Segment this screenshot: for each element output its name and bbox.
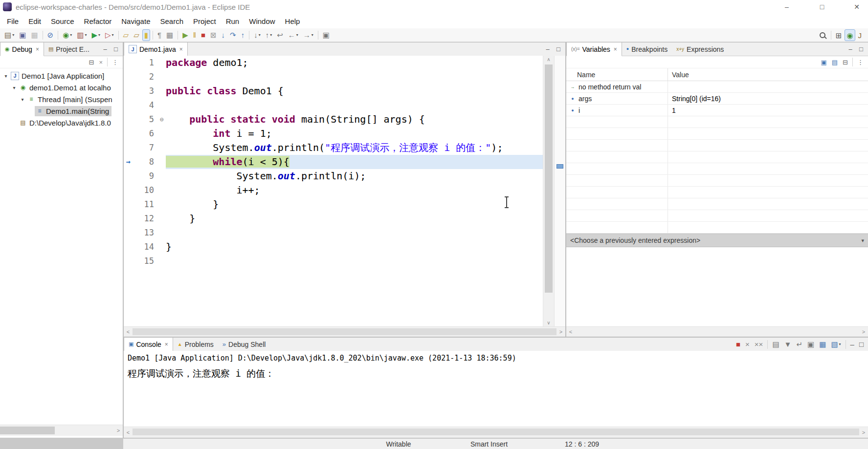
last-edit-location-icon[interactable]: ↩ xyxy=(275,29,285,41)
menu-search[interactable]: Search xyxy=(155,15,188,28)
menu-help[interactable]: Help xyxy=(280,15,305,28)
code-text[interactable]: } xyxy=(166,212,543,226)
menu-source[interactable]: Source xyxy=(46,15,79,28)
maximize-view-icon[interactable]: □ xyxy=(857,339,866,350)
tree-item-demo1-main-string[interactable]: ≡Demo1.main(String xyxy=(0,105,123,117)
code-text[interactable]: package demo1; xyxy=(166,56,543,70)
variable-row-args[interactable]: ●argsString[0] (id=16) xyxy=(566,93,868,105)
menu-navigate[interactable]: Navigate xyxy=(116,15,155,28)
search-icon[interactable] xyxy=(817,29,828,41)
maximize-view-icon[interactable]: □ xyxy=(111,44,121,54)
debug-tree-hscrollbar[interactable]: > xyxy=(0,425,123,436)
expander-icon[interactable]: ▾ xyxy=(19,97,26,102)
suspend-icon[interactable]: ‖ xyxy=(191,29,198,41)
scroll-left-icon[interactable]: < xyxy=(124,327,133,337)
view-menu-icon[interactable]: ⋮ xyxy=(110,56,120,68)
open-resource-icon[interactable]: ▱ xyxy=(132,29,141,41)
code-text[interactable] xyxy=(166,226,543,240)
remove-all-terminated-icon[interactable]: ×× xyxy=(753,339,765,350)
dropdown-arrow-icon[interactable]: ▾ xyxy=(12,33,14,37)
column-header-value[interactable]: Value xyxy=(668,68,689,81)
menu-window[interactable]: Window xyxy=(244,15,280,28)
fold-collapse-icon[interactable]: ⊖ xyxy=(158,112,166,127)
code-text[interactable]: public static void main(String[] args) { xyxy=(166,112,543,127)
dropdown-arrow-icon[interactable]: ▾ xyxy=(312,33,313,37)
previous-annotation-icon[interactable]: ↑▾ xyxy=(264,29,274,41)
scrollbar-thumb[interactable] xyxy=(545,64,553,293)
maximize-view-icon[interactable]: □ xyxy=(856,44,866,54)
code-text[interactable] xyxy=(166,70,543,84)
menu-run[interactable]: Run xyxy=(221,15,245,28)
save-all-icon[interactable]: ▦ xyxy=(29,29,40,41)
collapse-all-icon[interactable]: ⊟ xyxy=(87,56,96,68)
code-text[interactable]: while(i < 5){ xyxy=(166,155,543,169)
back-icon[interactable]: ←▾ xyxy=(286,29,300,41)
remove-launch-icon[interactable]: × xyxy=(743,339,752,350)
status-insert-mode[interactable]: Smart Insert xyxy=(452,440,526,448)
column-header-name[interactable]: Name xyxy=(566,68,668,81)
dropdown-arrow-icon[interactable]: ▾ xyxy=(85,33,87,37)
view-menu-icon[interactable]: ⋮ xyxy=(855,56,866,68)
editor-vscrollbar[interactable]: ∧ ∨ xyxy=(543,56,554,327)
debug-tab-debug[interactable]: ◉Debug× xyxy=(0,43,44,56)
pin-console-icon[interactable]: ▣ xyxy=(805,339,816,350)
scrollbar-thumb[interactable] xyxy=(0,427,55,434)
skip-all-breakpoints-icon[interactable]: ⊘ xyxy=(45,29,56,41)
minimize-view-icon[interactable]: – xyxy=(100,44,110,54)
scroll-right-icon[interactable]: > xyxy=(114,425,123,436)
chevron-down-icon[interactable]: ▾ xyxy=(861,237,864,244)
java-perspective-icon[interactable]: J xyxy=(856,29,864,41)
overview-debug-marker[interactable] xyxy=(556,164,563,169)
close-tab-icon[interactable]: × xyxy=(179,46,183,53)
tree-item-body[interactable]: ≡Thread [main] (Suspen xyxy=(26,94,115,105)
code-text[interactable] xyxy=(166,98,543,112)
close-tab-icon[interactable]: × xyxy=(165,341,168,348)
console-tab-debug-shell[interactable]: »Debug Shell xyxy=(218,338,270,351)
scrollbar-thumb[interactable] xyxy=(133,328,556,335)
dropdown-arrow-icon[interactable]: ▾ xyxy=(270,33,272,37)
expander-icon[interactable]: ▾ xyxy=(10,85,18,90)
save-icon[interactable]: ▣ xyxy=(17,29,28,41)
code-text[interactable]: } xyxy=(166,197,543,212)
variables-tab-expressions[interactable]: x+yExpressions xyxy=(672,43,728,56)
expander-icon[interactable]: ▾ xyxy=(2,73,10,79)
step-return-icon[interactable]: ↑ xyxy=(239,29,247,41)
tree-item-d-develop-java-jdk1-8-0[interactable]: ▤D:\Develop\Java\jdk1.8.0 xyxy=(0,117,123,128)
menu-refactor[interactable]: Refactor xyxy=(79,15,117,28)
code-text[interactable]: int i = 1; xyxy=(166,127,543,141)
close-tab-icon[interactable]: × xyxy=(614,46,617,53)
scroll-right-icon[interactable]: > xyxy=(859,427,868,438)
console-hscrollbar[interactable]: < > xyxy=(124,427,868,438)
scroll-right-icon[interactable]: > xyxy=(556,327,565,337)
debug-icon[interactable]: ◉▾ xyxy=(61,29,74,41)
resume-icon[interactable]: ▶ xyxy=(180,29,190,41)
menu-project[interactable]: Project xyxy=(188,15,221,28)
run-icon[interactable]: ▶▾ xyxy=(89,29,102,41)
terminate-icon[interactable]: ■ xyxy=(734,339,742,350)
block-selection-icon[interactable]: ▦ xyxy=(164,29,175,41)
menu-file[interactable]: File xyxy=(2,15,23,28)
window-close-button[interactable]: ✕ xyxy=(846,0,868,14)
code-text[interactable] xyxy=(166,254,543,268)
tree-item-body[interactable]: ◉demo1.Demo1 at localho xyxy=(18,83,113,93)
scroll-right-icon[interactable]: > xyxy=(859,327,868,337)
tree-item-demo1-java-application[interactable]: ▾JDemo1 [Java Application] xyxy=(0,70,123,82)
expression-input[interactable]: <Choose a previously entered expression>… xyxy=(566,234,868,247)
toggle-mark-occurrences-icon[interactable]: ▮ xyxy=(142,29,150,41)
debug-tab-project-e[interactable]: ▤Project E... xyxy=(44,43,94,56)
scroll-left-icon[interactable]: < xyxy=(124,427,133,438)
show-logical-structures-icon[interactable]: ▤ xyxy=(830,56,840,68)
variables-tab-breakpoints[interactable]: ●Breakpoints xyxy=(622,43,672,56)
tree-item-body[interactable]: ▤D:\Develop\Java\jdk1.8.0 xyxy=(18,118,113,128)
disconnect-icon[interactable]: ⊠ xyxy=(208,29,219,41)
display-selected-console-icon[interactable]: ▦ xyxy=(817,339,828,350)
tree-item-demo1-demo1-at-localho[interactable]: ▾◉demo1.Demo1 at localho xyxy=(0,82,123,93)
tree-item-thread-main-suspen[interactable]: ▾≡Thread [main] (Suspen xyxy=(0,93,123,105)
pin-editor-icon[interactable]: ▣ xyxy=(321,29,332,41)
scroll-left-icon[interactable]: < xyxy=(566,327,575,337)
remove-all-terminated-icon[interactable]: × xyxy=(97,56,105,68)
debug-perspective-icon[interactable]: ◉ xyxy=(845,29,855,41)
step-over-icon[interactable]: ↷ xyxy=(228,29,238,41)
code-text[interactable]: } xyxy=(166,240,543,254)
minimize-view-icon[interactable]: – xyxy=(543,44,553,54)
